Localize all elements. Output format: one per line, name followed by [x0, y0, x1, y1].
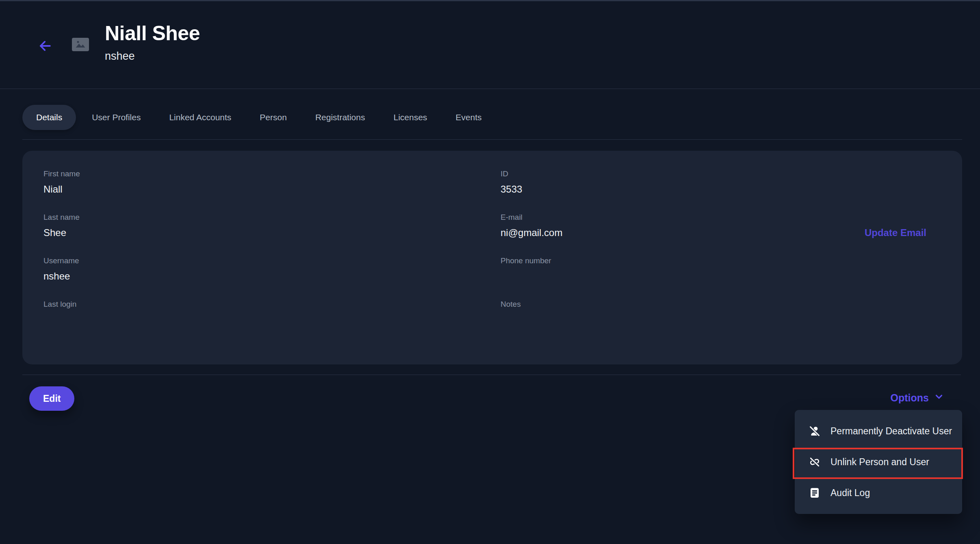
field-value — [43, 314, 501, 326]
field-value — [501, 270, 926, 282]
audit-log-icon — [809, 487, 821, 499]
update-email-link[interactable]: Update Email — [865, 227, 926, 239]
menu-item-label: Permanently Deactivate User — [830, 426, 952, 437]
field-label: Notes — [501, 300, 926, 309]
field-label: Username — [43, 256, 501, 265]
tabs-divider — [22, 139, 962, 140]
options-button-label: Options — [891, 392, 929, 404]
page-title: Niall Shee — [105, 22, 200, 44]
tab-events[interactable]: Events — [455, 113, 481, 122]
page-subtitle: nshee — [105, 50, 200, 62]
details-right-column: ID 3533 E-mail ni@gmail.com Update Email… — [501, 169, 926, 364]
field-notes: Notes — [501, 300, 926, 326]
header-text: Niall Shee nshee — [105, 22, 200, 62]
tab-licenses[interactable]: Licenses — [393, 113, 427, 122]
field-value: ni@gmail.com — [501, 227, 926, 239]
menu-item-unlink-person-and-user[interactable]: Unlink Person and User — [795, 446, 962, 477]
menu-item-label: Unlink Person and User — [830, 457, 929, 468]
user-detail-page: Niall Shee nshee Details User Profiles L… — [0, 0, 980, 544]
user-slash-icon — [809, 425, 821, 437]
field-last-login: Last login — [43, 300, 501, 326]
field-first-name: First name Niall — [43, 169, 501, 195]
field-label: ID — [501, 169, 926, 178]
field-email: E-mail ni@gmail.com Update Email — [501, 213, 926, 239]
field-value — [501, 314, 926, 326]
back-button[interactable] — [37, 38, 54, 55]
chevron-down-icon — [934, 391, 944, 404]
tab-person[interactable]: Person — [260, 113, 287, 122]
field-label: Last name — [43, 213, 501, 222]
field-value: 3533 — [501, 183, 926, 195]
field-id: ID 3533 — [501, 169, 926, 195]
avatar — [72, 38, 89, 51]
menu-item-permanently-deactivate-user[interactable]: Permanently Deactivate User — [795, 416, 962, 446]
menu-item-audit-log[interactable]: Audit Log — [795, 477, 962, 508]
edit-button[interactable]: Edit — [29, 386, 74, 411]
field-last-name: Last name Shee — [43, 213, 501, 239]
options-dropdown-menu: Permanently Deactivate User Unlink Perso… — [795, 410, 962, 514]
field-label: First name — [43, 169, 501, 178]
options-button[interactable]: Options — [891, 391, 944, 404]
field-label: E-mail — [501, 213, 926, 222]
field-phone-number: Phone number — [501, 256, 926, 282]
field-label: Phone number — [501, 256, 926, 265]
field-value: Shee — [43, 227, 501, 239]
tab-details[interactable]: Details — [22, 105, 76, 130]
arrow-left-icon — [37, 38, 53, 55]
menu-item-label: Audit Log — [830, 488, 870, 498]
tab-bar: Details User Profiles Linked Accounts Pe… — [22, 105, 482, 130]
footer-divider — [22, 375, 961, 375]
field-username: Username nshee — [43, 256, 501, 282]
details-card: First name Niall Last name Shee Username… — [22, 151, 962, 364]
unlink-icon — [809, 456, 821, 468]
tab-user-profiles[interactable]: User Profiles — [92, 113, 141, 122]
field-value: Niall — [43, 183, 501, 195]
image-placeholder-icon — [74, 39, 87, 50]
tab-registrations[interactable]: Registrations — [315, 113, 365, 122]
details-left-column: First name Niall Last name Shee Username… — [43, 169, 501, 364]
tab-linked-accounts[interactable]: Linked Accounts — [169, 113, 231, 122]
header-divider — [0, 89, 980, 89]
field-value: nshee — [43, 270, 501, 282]
field-label: Last login — [43, 300, 501, 309]
